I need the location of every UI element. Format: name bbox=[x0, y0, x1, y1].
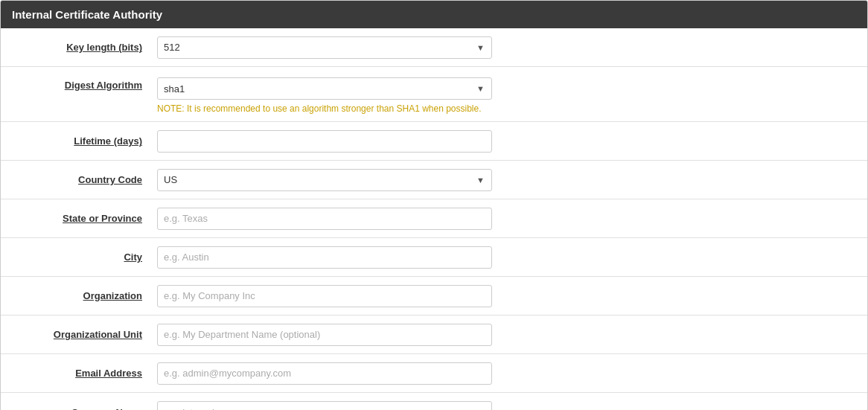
org-unit-row: Organizational Unit bbox=[1, 315, 867, 354]
city-label: City bbox=[1, 252, 157, 263]
digest-algorithm-note: NOTE: It is recommended to use an algori… bbox=[157, 103, 845, 114]
key-length-row: Key length (bits) 512 1024 2048 4096 ▼ bbox=[1, 28, 867, 67]
organization-control bbox=[157, 285, 867, 307]
common-name-input[interactable] bbox=[157, 401, 492, 410]
lifetime-control bbox=[157, 130, 867, 153]
key-length-select-wrapper: 512 1024 2048 4096 ▼ bbox=[157, 36, 492, 59]
digest-algorithm-row: Digest Algorithm sha1 sha256 sha512 ▼ NO… bbox=[1, 67, 867, 122]
city-control bbox=[157, 246, 867, 269]
lifetime-input[interactable] bbox=[157, 130, 492, 153]
state-province-control bbox=[157, 208, 867, 230]
digest-algorithm-control: sha1 sha256 sha512 ▼ NOTE: It is recomme… bbox=[157, 77, 867, 114]
common-name-row: Common Name bbox=[1, 393, 867, 410]
email-control bbox=[157, 362, 867, 385]
email-label: Email Address bbox=[1, 368, 157, 379]
common-name-control bbox=[157, 401, 867, 410]
key-length-label: Key length (bits) bbox=[1, 42, 157, 53]
org-unit-input[interactable] bbox=[157, 324, 492, 346]
digest-algorithm-label: Digest Algorithm bbox=[1, 77, 157, 91]
email-input[interactable] bbox=[157, 362, 492, 385]
state-province-input[interactable] bbox=[157, 208, 492, 230]
org-unit-control bbox=[157, 324, 867, 346]
org-unit-label: Organizational Unit bbox=[1, 329, 157, 340]
organization-row: Organization bbox=[1, 277, 867, 315]
country-code-label: Country Code bbox=[1, 174, 157, 185]
key-length-control: 512 1024 2048 4096 ▼ bbox=[157, 36, 867, 59]
common-name-label: Common Name bbox=[1, 407, 157, 411]
state-province-label: State or Province bbox=[1, 213, 157, 224]
panel-title: Internal Certificate Authority bbox=[1, 1, 867, 28]
city-input[interactable] bbox=[157, 246, 492, 269]
country-code-row: Country Code US GB CA DE FR ▼ bbox=[1, 161, 867, 199]
digest-algorithm-select-wrapper: sha1 sha256 sha512 ▼ bbox=[157, 77, 492, 100]
city-row: City bbox=[1, 238, 867, 277]
state-province-row: State or Province bbox=[1, 199, 867, 238]
country-code-control: US GB CA DE FR ▼ bbox=[157, 169, 867, 191]
organization-label: Organization bbox=[1, 290, 157, 301]
organization-input[interactable] bbox=[157, 285, 492, 307]
lifetime-label: Lifetime (days) bbox=[1, 135, 157, 147]
digest-algorithm-select[interactable]: sha1 sha256 sha512 bbox=[157, 77, 492, 100]
lifetime-row: Lifetime (days) bbox=[1, 122, 867, 161]
internal-ca-panel: Internal Certificate Authority Key lengt… bbox=[0, 0, 868, 410]
key-length-select[interactable]: 512 1024 2048 4096 bbox=[157, 36, 492, 59]
country-code-select-wrapper: US GB CA DE FR ▼ bbox=[157, 169, 492, 191]
email-row: Email Address bbox=[1, 354, 867, 393]
country-code-select[interactable]: US GB CA DE FR bbox=[157, 169, 492, 191]
